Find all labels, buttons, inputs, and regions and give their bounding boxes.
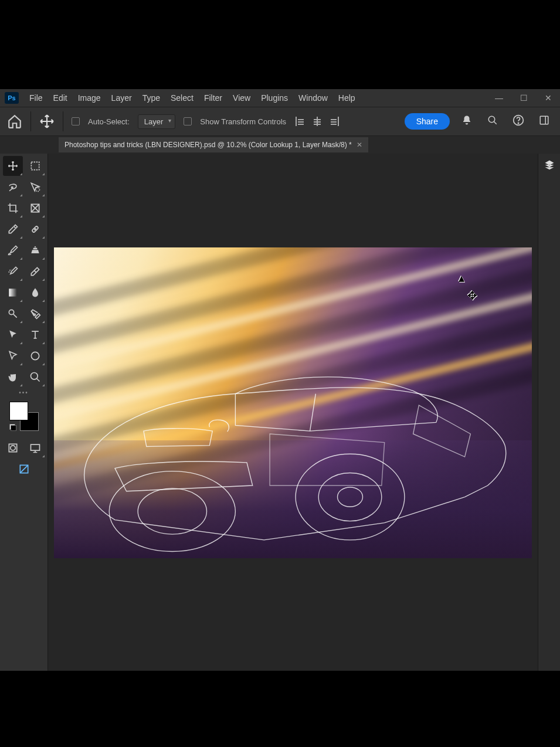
color-swatches[interactable] <box>9 402 39 431</box>
divider <box>30 111 31 131</box>
menu-layer[interactable]: Layer <box>111 93 132 103</box>
svg-point-18 <box>319 473 382 521</box>
brush-tool[interactable] <box>3 240 23 260</box>
options-bar: Auto-Select: Layer Show Transform Contro… <box>0 107 560 136</box>
quick-mask-icon[interactable] <box>3 438 23 458</box>
auto-select-checkbox[interactable] <box>72 117 80 125</box>
default-colors-icon[interactable] <box>9 424 16 431</box>
move-tool-icon[interactable] <box>39 114 55 129</box>
eyedropper-tool[interactable] <box>3 219 23 239</box>
show-transform-label: Show Transform Controls <box>200 117 286 126</box>
svg-point-14 <box>10 446 15 450</box>
frame-tool[interactable] <box>25 198 45 218</box>
align-center-icon[interactable] <box>312 117 324 126</box>
eraser-tool[interactable] <box>25 262 45 281</box>
window-maximize-icon[interactable]: ☐ <box>517 93 531 103</box>
extra-tool-icon[interactable] <box>14 459 34 479</box>
hand-tool[interactable] <box>3 367 23 387</box>
direct-select-tool[interactable] <box>3 346 23 366</box>
document-tab[interactable]: Photoshop tips and tricks (LBN DESIGNER)… <box>59 137 368 152</box>
photoshop-window: Ps File Edit Image Layer Type Select Fil… <box>0 89 560 671</box>
type-tool[interactable] <box>25 325 45 345</box>
auto-select-label: Auto-Select: <box>88 117 130 126</box>
menu-type[interactable]: Type <box>142 93 160 103</box>
document-tab-bar: Photoshop tips and tricks (LBN DESIGNER)… <box>0 136 560 154</box>
svg-point-10 <box>33 314 35 315</box>
svg-point-9 <box>9 310 13 314</box>
help-icon[interactable] <box>510 114 527 129</box>
gradient-tool[interactable] <box>3 283 23 303</box>
path-select-tool[interactable] <box>3 325 23 345</box>
quick-select-tool[interactable] <box>25 177 45 197</box>
history-brush-tool[interactable] <box>3 262 23 281</box>
svg-rect-15 <box>30 444 39 450</box>
svg-rect-4 <box>31 162 39 169</box>
svg-point-11 <box>31 352 39 359</box>
lasso-tool[interactable] <box>3 177 23 197</box>
menu-view[interactable]: View <box>233 93 250 103</box>
pen-tool[interactable] <box>25 304 45 324</box>
menu-window[interactable]: Window <box>298 93 328 103</box>
home-icon[interactable] <box>7 114 22 129</box>
menu-bar: Ps File Edit Image Layer Type Select Fil… <box>0 89 560 107</box>
window-close-icon[interactable]: ✕ <box>541 93 555 103</box>
artboard-tool[interactable] <box>25 156 45 176</box>
menu-file[interactable]: File <box>29 93 43 103</box>
svg-point-20 <box>110 471 236 552</box>
align-right-icon[interactable] <box>330 117 341 126</box>
svg-rect-3 <box>540 116 548 124</box>
document-tab-label: Photoshop tips and tricks (LBN DESIGNER)… <box>65 141 352 149</box>
menu-help[interactable]: Help <box>338 93 355 103</box>
dodge-tool[interactable] <box>3 304 23 324</box>
canvas-area[interactable]: ▴ ✥ <box>48 154 538 671</box>
svg-point-17 <box>296 454 405 540</box>
close-tab-icon[interactable]: ✕ <box>357 141 362 149</box>
shape-tool[interactable] <box>25 346 45 366</box>
app-logo: Ps <box>5 92 19 104</box>
menu-filter[interactable]: Filter <box>204 93 222 103</box>
layer-dropdown[interactable]: Layer <box>138 114 176 129</box>
move-cursor-icon: ▴ <box>459 271 464 285</box>
svg-point-19 <box>338 487 363 507</box>
car-artwork <box>63 310 522 558</box>
tools-panel: ••• <box>0 154 48 671</box>
menu-edit[interactable]: Edit <box>53 93 67 103</box>
right-panel-rail <box>538 154 560 671</box>
align-controls <box>294 117 341 126</box>
screen-mode-icon[interactable] <box>25 438 45 458</box>
share-button[interactable]: Share <box>405 113 450 130</box>
svg-point-5 <box>35 188 39 192</box>
svg-point-12 <box>30 373 38 380</box>
healing-tool[interactable] <box>25 219 45 239</box>
show-transform-checkbox[interactable] <box>184 117 192 125</box>
workspace-icon[interactable] <box>535 115 553 128</box>
align-left-icon[interactable] <box>294 117 306 126</box>
menu-select[interactable]: Select <box>171 93 194 103</box>
notifications-icon[interactable] <box>458 115 476 128</box>
smudge-tool[interactable] <box>25 283 45 303</box>
move-cursor-icon: ✥ <box>467 288 477 303</box>
menu-plugins[interactable]: Plugins <box>261 93 288 103</box>
foreground-swatch[interactable] <box>9 402 28 420</box>
move-tool[interactable] <box>3 156 23 176</box>
divider <box>63 111 63 131</box>
edit-toolbar-icon[interactable]: ••• <box>19 388 29 397</box>
clone-stamp-tool[interactable] <box>25 240 45 260</box>
svg-point-2 <box>518 123 518 123</box>
search-icon[interactable] <box>484 115 501 128</box>
svg-rect-8 <box>9 288 16 296</box>
menu-image[interactable]: Image <box>78 93 101 103</box>
window-minimize-icon[interactable]: — <box>492 93 506 103</box>
layers-panel-icon[interactable] <box>542 157 557 172</box>
zoom-tool[interactable] <box>25 367 45 387</box>
svg-point-0 <box>488 116 495 123</box>
document-canvas[interactable]: ▴ ✥ <box>54 247 532 558</box>
crop-tool[interactable] <box>3 198 23 218</box>
main-area: ••• <box>0 154 560 671</box>
